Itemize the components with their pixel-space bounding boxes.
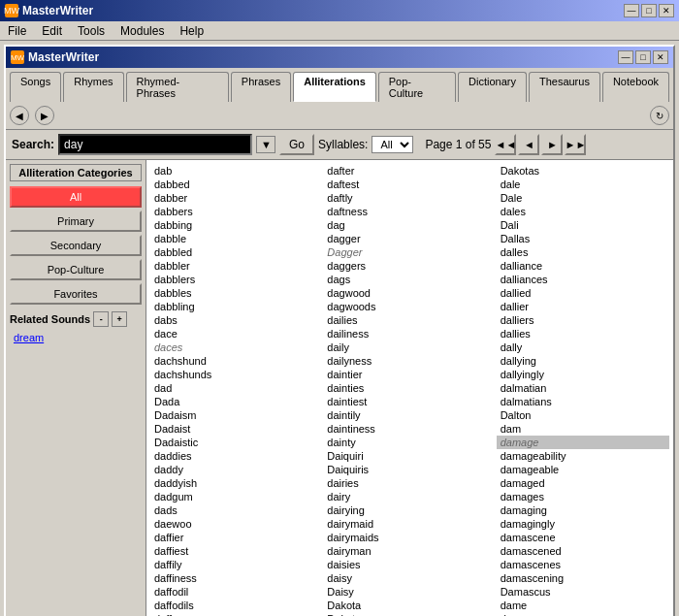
list-item[interactable]: dales: [497, 205, 669, 218]
nav-first-button[interactable]: ◄◄: [495, 134, 516, 155]
list-item[interactable]: dallies: [497, 327, 669, 340]
list-item[interactable]: Dadaism: [150, 408, 323, 422]
list-item[interactable]: Dalton: [497, 408, 669, 422]
list-item[interactable]: dalliances: [497, 273, 669, 286]
list-item[interactable]: daffy: [150, 612, 323, 616]
menu-edit[interactable]: Edit: [38, 23, 66, 39]
list-item[interactable]: damascened: [497, 544, 669, 558]
dream-link[interactable]: dream: [10, 330, 142, 345]
related-sounds-btn-plus[interactable]: +: [112, 311, 127, 327]
list-item[interactable]: damaging: [497, 503, 669, 517]
tab-rhymes[interactable]: Rhymes: [63, 72, 123, 102]
toolbar-btn-3[interactable]: ↻: [650, 106, 669, 125]
list-item[interactable]: daffiness: [150, 571, 323, 585]
list-item[interactable]: dairy: [323, 490, 496, 503]
list-item[interactable]: damascenes: [497, 558, 669, 571]
list-item[interactable]: daggers: [323, 259, 496, 273]
list-item[interactable]: dagger: [323, 232, 496, 245]
list-item[interactable]: dabbler: [150, 259, 323, 273]
related-sounds-btn-minus[interactable]: -: [93, 311, 109, 327]
list-item[interactable]: Damascus: [497, 585, 669, 599]
list-item[interactable]: dafter: [323, 164, 496, 178]
list-item[interactable]: dailies: [323, 313, 496, 327]
list-item[interactable]: dairyman: [323, 544, 496, 558]
list-item[interactable]: daddyish: [150, 476, 323, 490]
list-item[interactable]: dagwood: [323, 286, 496, 300]
list-item[interactable]: daily: [323, 340, 496, 354]
list-item[interactable]: dads: [150, 503, 323, 517]
list-item[interactable]: Daiquiris: [323, 463, 496, 476]
list-item[interactable]: dabbles: [150, 286, 323, 300]
go-button[interactable]: Go: [279, 134, 314, 155]
list-item[interactable]: dace: [150, 327, 323, 340]
tab-pop-culture[interactable]: Pop-Culture: [378, 72, 456, 102]
list-item[interactable]: dab: [150, 164, 323, 178]
list-item[interactable]: Dakota: [323, 599, 496, 612]
menu-help[interactable]: Help: [176, 23, 208, 39]
list-item[interactable]: daintiness: [323, 422, 496, 436]
list-item[interactable]: dallier: [497, 300, 669, 313]
list-item[interactable]: daintiest: [323, 395, 496, 408]
list-item[interactable]: daffodils: [150, 599, 323, 612]
list-item[interactable]: daddy: [150, 463, 323, 476]
list-item[interactable]: Daisy: [323, 585, 496, 599]
list-item[interactable]: daisy: [323, 571, 496, 585]
list-item[interactable]: daffiest: [150, 544, 323, 558]
list-item[interactable]: Dale: [497, 191, 669, 205]
list-item[interactable]: dam: [497, 422, 669, 436]
list-item[interactable]: daffodil: [150, 585, 323, 599]
list-item[interactable]: dags: [323, 273, 496, 286]
list-item[interactable]: dag: [323, 218, 496, 232]
menu-tools[interactable]: Tools: [74, 23, 109, 39]
list-item[interactable]: dagwoods: [323, 300, 496, 313]
tab-dictionary[interactable]: Dictionary: [458, 72, 527, 102]
maximize-button[interactable]: □: [641, 4, 657, 17]
list-item[interactable]: dale: [497, 178, 669, 191]
list-item[interactable]: daftness: [323, 205, 496, 218]
list-item[interactable]: damageability: [497, 449, 669, 463]
list-item[interactable]: dabble: [150, 232, 323, 245]
list-item[interactable]: dairymaids: [323, 531, 496, 544]
list-item[interactable]: dabbing: [150, 218, 323, 232]
list-item[interactable]: daintier: [323, 368, 496, 381]
tab-notebook[interactable]: Notebook: [602, 72, 669, 102]
sidebar-btn-primary[interactable]: Primary: [10, 211, 142, 232]
list-item[interactable]: damage: [497, 436, 669, 449]
sidebar-btn-favorites[interactable]: Favorites: [10, 283, 142, 305]
list-item[interactable]: dabbed: [150, 178, 323, 191]
sidebar-btn-all[interactable]: All: [10, 186, 142, 208]
list-item[interactable]: dainty: [323, 436, 496, 449]
list-item[interactable]: dabbling: [150, 300, 323, 313]
toolbar-btn-2[interactable]: ▶: [35, 106, 54, 125]
syllables-select[interactable]: All: [372, 136, 413, 153]
list-item[interactable]: damascening: [497, 571, 669, 585]
list-item[interactable]: Dali: [497, 218, 669, 232]
minimize-button[interactable]: —: [624, 4, 639, 17]
list-item[interactable]: dame: [497, 599, 669, 612]
nav-prev-button[interactable]: ◄: [518, 134, 539, 155]
list-item[interactable]: Dakotas: [497, 164, 669, 178]
list-item[interactable]: dachshund: [150, 354, 323, 368]
inner-maximize-button[interactable]: □: [635, 50, 651, 64]
list-item[interactable]: damascene: [497, 531, 669, 544]
list-item[interactable]: dames: [497, 612, 669, 616]
list-item[interactable]: dabber: [150, 191, 323, 205]
nav-last-button[interactable]: ►►: [565, 134, 586, 155]
search-input[interactable]: [58, 134, 252, 155]
list-item[interactable]: dainties: [323, 381, 496, 395]
tab-songs[interactable]: Songs: [10, 72, 61, 102]
list-item[interactable]: Dada: [150, 395, 323, 408]
list-item[interactable]: dalmatians: [497, 395, 669, 408]
sidebar-btn-pop-culture[interactable]: Pop-Culture: [10, 259, 142, 280]
nav-next-button[interactable]: ►: [541, 134, 563, 155]
tab-thesaurus[interactable]: Thesaurus: [529, 72, 600, 102]
list-item[interactable]: damages: [497, 490, 669, 503]
list-item[interactable]: damaged: [497, 476, 669, 490]
list-item[interactable]: dadgum: [150, 490, 323, 503]
inner-minimize-button[interactable]: —: [618, 50, 633, 64]
list-item[interactable]: dalles: [497, 245, 669, 259]
tab-rhymed-phrases[interactable]: Rhymed-Phrases: [126, 72, 229, 102]
list-item[interactable]: daewoo: [150, 517, 323, 531]
menu-modules[interactable]: Modules: [116, 23, 168, 39]
list-item[interactable]: Daiquiri: [323, 449, 496, 463]
